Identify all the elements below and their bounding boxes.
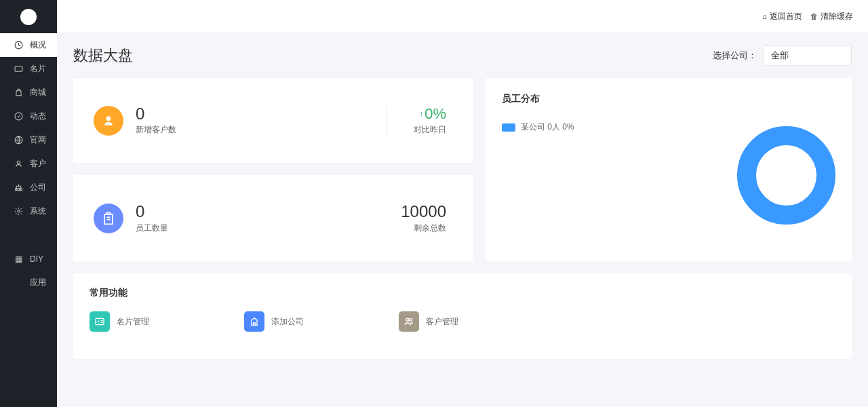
nav-label: 系统 [30, 206, 46, 217]
svg-rect-4 [96, 319, 104, 325]
func-label: 添加公司 [271, 316, 304, 328]
pct-label: 对比昨日 [414, 124, 446, 136]
sidebar-item-system[interactable]: 系统 [0, 199, 57, 223]
sidebar-item-apps[interactable]: 应用 [0, 271, 57, 294]
functions-title: 常用功能 [90, 287, 835, 299]
card-distribution: 员工分布 某公司 0人 0% [486, 78, 852, 261]
clear-cache-link[interactable]: 🗑 清除缓存 [810, 11, 853, 22]
nav-label: 官网 [30, 134, 46, 146]
employees-value: 0 [136, 203, 401, 220]
globe-icon [14, 136, 23, 145]
nav-separator [0, 223, 57, 247]
sidebar-item-site[interactable]: 官网 [0, 128, 57, 152]
header: ⌂ 返回首页 🗑 清除缓存 [57, 0, 868, 33]
employees-icon [94, 204, 123, 233]
org-icon [14, 183, 23, 193]
stats-grid: 0 新增客户数 ↑ 0% 对比昨日 [73, 78, 852, 261]
new-customers-value: 0 [136, 105, 386, 123]
diy-icon [14, 254, 23, 264]
sidebar-item-mall[interactable]: 商城 [0, 81, 57, 104]
gear-icon [14, 207, 23, 216]
apps-icon [14, 278, 23, 288]
func-label: 客户管理 [426, 316, 458, 328]
trash-icon: 🗑 [810, 12, 818, 20]
company-label: 选择公司： [713, 50, 757, 62]
func-customer-manage[interactable]: 客户管理 [399, 311, 458, 332]
company-selected: 全部 [771, 50, 789, 62]
sidebar-item-diy[interactable]: DIY [0, 247, 57, 271]
title-row: 数据大盘 选择公司： 全部 [73, 45, 852, 66]
sidebar-item-overview[interactable]: 概况 [0, 33, 57, 57]
user-icon [14, 159, 23, 169]
nav-label: 概况 [30, 39, 46, 51]
sidebar-item-company[interactable]: 公司 [0, 176, 57, 199]
customers-icon [94, 106, 123, 136]
sidebar-item-customer[interactable]: 客户 [0, 152, 57, 176]
nav-label: 应用 [30, 277, 46, 288]
legend-swatch [502, 123, 515, 132]
customer-manage-icon [399, 311, 419, 332]
func-add-company[interactable]: 添加公司 [244, 311, 304, 332]
employees-label: 员工数量 [136, 222, 401, 234]
svg-point-5 [98, 321, 100, 323]
nav-label: 名片 [30, 63, 46, 75]
logo [20, 9, 37, 25]
nav-label: 客户 [30, 158, 46, 170]
distribution-title: 员工分布 [502, 93, 835, 105]
nav-label: 公司 [30, 182, 46, 193]
compass-icon [14, 112, 23, 121]
func-card-manage[interactable]: 名片管理 [90, 311, 149, 332]
legend-text: 某公司 0人 0% [521, 121, 574, 133]
nav-label: 商城 [30, 87, 46, 98]
remaining-label: 剩余总数 [401, 222, 446, 234]
pct-value: ↑ 0% [419, 105, 446, 123]
home-icon: ⌂ [762, 12, 767, 20]
company-select[interactable]: 全部 [764, 45, 852, 66]
card-icon [14, 64, 23, 74]
clear-label: 清除缓存 [821, 11, 853, 22]
donut-ring [737, 126, 835, 225]
card-functions: 常用功能 名片管理 添加公司 [73, 273, 852, 359]
card-employees: 0 员工数量 10000 剩余总数 [73, 175, 473, 261]
svg-point-3 [17, 210, 19, 212]
svg-rect-0 [15, 66, 22, 72]
sidebar-item-feed[interactable]: 动态 [0, 104, 57, 128]
card-new-customers: 0 新增客户数 ↑ 0% 对比昨日 [73, 78, 473, 163]
remaining-value: 10000 [401, 202, 446, 221]
card-manage-icon [90, 311, 110, 332]
main: ⌂ 返回首页 🗑 清除缓存 数据大盘 选择公司： 全部 [57, 0, 868, 407]
nav-label: 动态 [30, 111, 46, 122]
bag-icon [14, 88, 23, 98]
nav-label: DIY [30, 254, 43, 264]
sidebar: 概况 名片 商城 动态 [0, 0, 57, 407]
page-title: 数据大盘 [73, 45, 133, 66]
add-company-icon [244, 311, 264, 332]
donut-chart [502, 126, 835, 225]
sidebar-item-card[interactable]: 名片 [0, 57, 57, 81]
home-label: 返回首页 [770, 11, 802, 22]
content: 数据大盘 选择公司： 全部 0 新增客户数 [57, 33, 868, 407]
arrow-up-icon: ↑ [419, 109, 423, 119]
new-customers-label: 新增客户数 [136, 124, 386, 136]
home-link[interactable]: ⌂ 返回首页 [762, 11, 802, 22]
clock-icon [14, 41, 23, 50]
nav: 概况 名片 商城 动态 [0, 33, 57, 407]
logo-box [0, 0, 57, 33]
func-label: 名片管理 [117, 316, 149, 328]
